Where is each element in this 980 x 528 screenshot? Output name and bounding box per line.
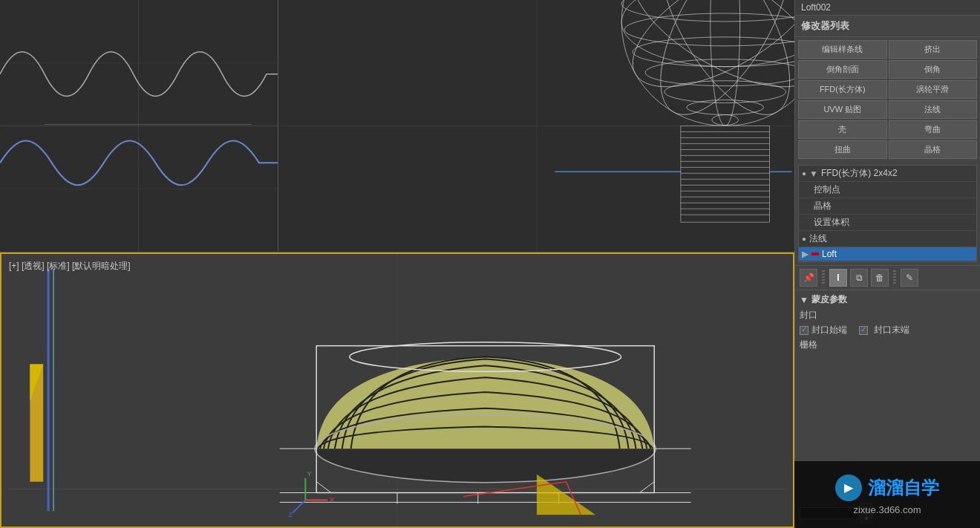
loft-red-box xyxy=(811,252,819,255)
grid-label: 栅格 xyxy=(800,339,817,351)
copy-tool-icon[interactable]: ⧉ xyxy=(850,269,868,287)
delete-tool-icon[interactable]: 🗑 xyxy=(871,269,889,287)
btn-twist[interactable]: 扭曲 xyxy=(798,140,887,159)
btn-shell[interactable]: 壳 xyxy=(798,120,887,139)
svg-text:X: X xyxy=(330,495,335,503)
viewport-top-left[interactable] xyxy=(0,0,278,252)
params-section: ▼ 蒙皮参数 封口 封口始端 封口末端 栅格 xyxy=(795,290,980,356)
control-points-label: 控制点 xyxy=(814,183,840,196)
stack-set-volume[interactable]: 设置体积 xyxy=(799,215,976,231)
pin-tool-icon[interactable]: 📌 xyxy=(800,269,817,287)
watermark-logo: ▶ 溜溜自学 xyxy=(835,475,939,501)
eye-icon-ffd: ● xyxy=(802,169,806,177)
btn-chamfer-profile[interactable]: 倒角剖面 xyxy=(798,60,887,79)
btn-chamfer[interactable]: 倒角 xyxy=(889,60,978,79)
stack-loft[interactable]: ▶ Loft xyxy=(799,247,976,261)
watermark-url: zixue.3d66.com xyxy=(853,504,921,515)
svg-rect-28 xyxy=(681,126,770,223)
btn-bend[interactable]: 弯曲 xyxy=(889,120,978,139)
wireframe-sphere-svg: X Y Z xyxy=(278,0,794,252)
ffd-label: FFD(长方体) 2x4x2 xyxy=(821,167,898,180)
svg-text:Z: Z xyxy=(289,510,293,518)
loft-object-svg: X Y Z xyxy=(1,254,793,527)
stack-ffd-box[interactable]: ● ▼ FFD(长方体) 2x4x2 xyxy=(799,166,976,182)
modifier-buttons-grid: 编辑样条线 挤出 倒角剖面 倒角 FFD(长方体) 涡轮平滑 UVW 贴图 法线… xyxy=(795,37,980,162)
loft-label: Loft xyxy=(822,249,837,259)
stack-control-points[interactable]: 控制点 xyxy=(799,182,976,198)
play-icon: ▶ xyxy=(835,475,862,501)
main-container: X Y Z [+] [透视] [标准] [默认明暗处理] xyxy=(0,0,980,528)
viewport-top-right[interactable]: X Y Z xyxy=(278,0,794,252)
arrow-ffd: ▼ xyxy=(809,169,818,179)
cap-start-checkbox[interactable] xyxy=(800,326,808,335)
btn-extrude[interactable]: 挤出 xyxy=(889,40,978,59)
stack-normal[interactable]: ● 法线 xyxy=(799,231,976,247)
set-volume-label: 设置体积 xyxy=(814,216,849,229)
svg-text:Y: Y xyxy=(307,469,312,478)
cursor-tool-icon[interactable]: I xyxy=(829,269,847,287)
lattice-sub-label: 晶格 xyxy=(814,200,832,212)
normal-label: 法线 xyxy=(809,232,827,245)
params-title: ▼ 蒙皮参数 xyxy=(800,293,976,306)
top-viewports-row: X Y Z xyxy=(0,0,794,252)
btn-lattice[interactable]: 晶格 xyxy=(889,140,978,159)
modifier-stack: ● ▼ FFD(长方体) 2x4x2 控制点 晶格 设置体积 ● 法线 ▶ xyxy=(798,165,977,262)
stack-toolbar: 📌 I ⧉ 🗑 ✎ xyxy=(795,265,980,290)
params-arrow: ▼ xyxy=(800,295,808,305)
cap-start-label: 封口始端 xyxy=(811,324,847,336)
viewport-bottom[interactable]: [+] [透视] [标准] [默认明暗处理] xyxy=(0,252,794,528)
btn-uvw-map[interactable]: UVW 贴图 xyxy=(798,100,887,119)
edit-tool-icon[interactable]: ✎ xyxy=(901,269,918,287)
eye-icon-normal: ● xyxy=(802,235,806,243)
btn-edit-spline[interactable]: 编辑样条线 xyxy=(798,40,887,59)
viewport-label: [+] [透视] [标准] [默认明暗处理] xyxy=(9,260,131,273)
btn-normal[interactable]: 法线 xyxy=(889,100,978,119)
btn-ffd-box[interactable]: FFD(长方体) xyxy=(798,80,887,99)
toolbar-separator-2 xyxy=(893,270,896,285)
cap-end-checkbox[interactable] xyxy=(859,326,868,335)
viewports-area: X Y Z [+] [透视] [标准] [默认明暗处理] xyxy=(0,0,794,528)
cap-label-row: 封口 xyxy=(800,309,976,322)
watermark: ▶ 溜溜自学 zixue.3d66.com xyxy=(794,461,980,528)
toolbar-separator-1 xyxy=(822,270,825,285)
params-title-text: 蒙皮参数 xyxy=(811,293,847,306)
stack-lattice-sub[interactable]: 晶格 xyxy=(799,198,976,215)
watermark-text: 溜溜自学 xyxy=(868,476,939,500)
right-panel: Loft002 修改器列表 编辑样条线 挤出 倒角剖面 倒角 FFD(长方体) … xyxy=(794,0,980,528)
btn-lathe[interactable]: 涡轮平滑 xyxy=(889,80,978,99)
object-name-bar: Loft002 xyxy=(795,0,980,16)
cap-start-row[interactable]: 封口始端 封口末端 xyxy=(800,324,976,336)
cap-end-label: 封口末端 xyxy=(874,324,909,336)
wave-curve-svg xyxy=(0,0,278,252)
modifier-list-title: 修改器列表 xyxy=(795,16,980,37)
grid-row: 栅格 xyxy=(800,339,976,351)
cap-label: 封口 xyxy=(800,309,817,322)
object-name: Loft002 xyxy=(801,2,831,13)
arrow-loft: ▶ xyxy=(802,249,808,259)
